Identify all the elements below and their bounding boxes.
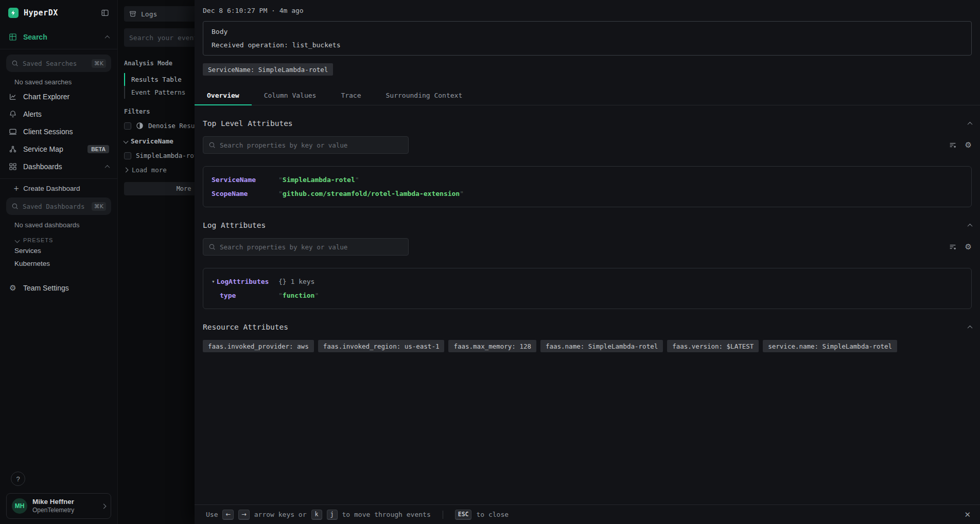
resource-chip[interactable]: service.name: SimpleLambda-rotel (763, 340, 897, 352)
chevron-right-icon (101, 503, 107, 509)
attr-key[interactable]: type (212, 292, 278, 299)
tab-trace[interactable]: Trace (328, 86, 373, 105)
plus-icon: + (13, 184, 19, 192)
resource-chip[interactable]: faas.invoked_provider: aws (203, 340, 314, 352)
top-level-search-box[interactable] (203, 136, 409, 154)
resource-chip[interactable]: faas.name: SimpleLambda-rotel (540, 340, 663, 352)
saved-dashboards-field[interactable] (23, 203, 87, 210)
sidebar-item-dashboards[interactable]: Dashboards (0, 158, 117, 175)
presets-label: PRESETS (23, 237, 53, 243)
log-attributes-header: Log Attributes (203, 221, 972, 229)
shortcut-badge: ⌘K (92, 202, 106, 211)
chevron-up-icon[interactable] (105, 165, 110, 170)
collapse-section-icon[interactable] (968, 325, 973, 330)
attr-value[interactable]: github.com/streamfold/rotel-lambda-exten… (278, 190, 464, 197)
resource-chip[interactable]: faas.max_memory: 128 (448, 340, 536, 352)
collapse-section-icon[interactable] (968, 121, 973, 127)
chevron-up-icon[interactable] (105, 35, 110, 40)
resource-chip[interactable]: faas.version: $LATEST (667, 340, 759, 352)
create-dashboard-button[interactable]: + Create Dashboard (0, 179, 117, 192)
tab-surrounding-context[interactable]: Surrounding Context (374, 86, 475, 105)
service-name-chip[interactable]: ServiceName: SimpleLambda-rotel (203, 63, 333, 76)
attr-row: ScopeName github.com/streamfold/rotel-la… (203, 187, 971, 201)
sidebar-item-label: Team Settings (23, 284, 69, 292)
preset-services[interactable]: Services (0, 244, 117, 257)
saved-dashboards-input[interactable]: ⌘K (6, 197, 111, 215)
create-dashboard-label: Create Dashboard (23, 185, 80, 192)
beta-badge: BETA (87, 145, 109, 153)
sidebar-item-client-sessions[interactable]: Client Sessions (0, 123, 117, 140)
gear-icon[interactable]: ⚙ (965, 243, 972, 251)
load-more-button[interactable]: Load more (124, 166, 198, 174)
servicename-group-toggle[interactable]: ServiceName (124, 137, 198, 145)
help-button[interactable]: ? (11, 472, 25, 486)
footer-text: Use (206, 511, 218, 518)
presets-toggle[interactable]: PRESETS (0, 231, 117, 244)
sidebar-item-service-map[interactable]: Service Map BETA (0, 140, 117, 158)
drawer-body: Dec 8 6:10:27 PM · 4m ago Body Received … (195, 0, 980, 504)
sidebar-item-team-settings[interactable]: ⚙ Team Settings (0, 279, 117, 297)
event-search-box[interactable] (124, 28, 198, 47)
more-filters-button[interactable]: More filters (124, 182, 198, 195)
denoise-label: Denoise Results (148, 122, 198, 130)
sidebar-item-label: Client Sessions (23, 128, 73, 136)
network-icon (8, 145, 18, 153)
sidebar-item-search[interactable]: Search (0, 28, 117, 46)
tab-overview[interactable]: Overview (195, 86, 252, 105)
j-key: j (327, 510, 338, 520)
attr-row: type function (203, 288, 971, 302)
no-saved-dashboards-text: No saved dashboards (0, 215, 117, 231)
attr-value[interactable]: function (278, 292, 319, 299)
attr-key[interactable]: ScopeName (212, 190, 278, 197)
attr-key[interactable]: ServiceName (212, 176, 278, 184)
shortcut-badge: ⌘K (92, 59, 106, 68)
footer-text: to move through events (342, 511, 431, 518)
sidebar: HyperDX Search ⌘K No saved searches Char… (0, 0, 118, 524)
event-search-input[interactable] (129, 34, 198, 42)
no-saved-searches-text: No saved searches (0, 72, 117, 88)
log-search-box[interactable] (203, 238, 409, 256)
mode-event-patterns[interactable]: Event Patterns (124, 86, 198, 99)
load-more-label: Load more (132, 166, 167, 174)
source-label: Logs (141, 10, 157, 18)
mode-results-table[interactable]: Results Table (124, 73, 198, 86)
filter-lines-icon[interactable] (949, 243, 957, 251)
footer-text: arrow keys or (254, 511, 307, 518)
source-select[interactable]: Logs (124, 6, 198, 22)
service-checkbox[interactable] (124, 152, 131, 159)
sidebar-item-label: Alerts (23, 110, 42, 118)
section-title: Top Level Attributes (203, 119, 293, 128)
top-level-search-input[interactable] (220, 141, 403, 149)
section-title: Resource Attributes (203, 323, 288, 331)
tree-root-key[interactable]: ▾ LogAttributes (212, 278, 278, 285)
keys-count: {} 1 keys (278, 278, 314, 285)
tab-column-values[interactable]: Column Values (252, 86, 329, 105)
sidebar-item-alerts[interactable]: Alerts (0, 105, 117, 123)
sidebar-item-label: Dashboards (23, 162, 62, 171)
saved-searches-input[interactable]: ⌘K (6, 55, 111, 72)
attr-row: ServiceName SimpleLambda-rotel (203, 173, 971, 187)
saved-searches-field[interactable] (23, 60, 87, 67)
gear-icon[interactable]: ⚙ (965, 141, 972, 149)
resource-chip[interactable]: faas.invoked_region: us-east-1 (318, 340, 445, 352)
contrast-icon (136, 122, 144, 130)
search-icon (11, 60, 19, 67)
collapse-section-icon[interactable] (968, 223, 973, 228)
log-search-input[interactable] (220, 243, 403, 251)
user-card[interactable]: MH Mike Heffner OpenTelemetry (6, 493, 111, 519)
denoise-checkbox[interactable] (124, 122, 131, 130)
sidebar-item-chart-explorer[interactable]: Chart Explorer (0, 88, 117, 105)
bell-icon (8, 110, 18, 118)
caret-down-icon: ▾ (212, 278, 215, 285)
preset-kubernetes[interactable]: Kubernetes (0, 257, 117, 270)
service-filter-row[interactable]: SimpleLambda-rotel (124, 152, 198, 159)
attr-value[interactable]: SimpleLambda-rotel (278, 176, 359, 184)
close-icon[interactable]: ✕ (964, 510, 971, 519)
collapse-sidebar-icon[interactable] (101, 9, 109, 17)
chart-icon (8, 93, 18, 101)
body-text: Received operation: list_buckets (212, 41, 963, 49)
denoise-filter-row[interactable]: Denoise Results (124, 122, 198, 130)
filter-lines-icon[interactable] (949, 141, 957, 149)
event-timestamp: Dec 8 6:10:27 PM · 4m ago (195, 0, 980, 14)
resource-attributes-header: Resource Attributes (203, 323, 972, 331)
